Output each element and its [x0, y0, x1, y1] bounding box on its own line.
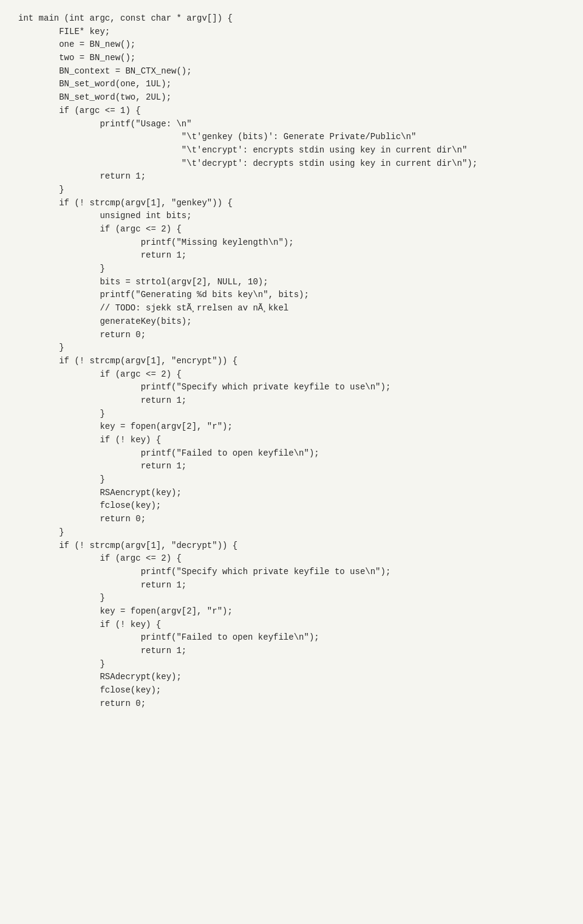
code-line: // TODO: sjekk stÃ¸rrelsen av nÃ¸kkel	[18, 302, 565, 315]
code-line: return 1;	[18, 394, 565, 408]
code-line: printf("Failed to open keyfile\n");	[18, 631, 565, 645]
code-line: key = fopen(argv[2], "r");	[18, 605, 565, 618]
code-line: one = BN_new();	[18, 38, 565, 52]
code-line: }	[18, 408, 565, 421]
code-line: FILE* key;	[18, 26, 565, 39]
code-line: printf("Usage: \n"	[18, 118, 565, 131]
code-line: }	[18, 473, 565, 487]
code-line: if (argc <= 1) {	[18, 104, 565, 118]
code-line: return 0;	[18, 329, 565, 342]
code-line: if (argc <= 2) {	[18, 368, 565, 382]
code-line: if (! strcmp(argv[1], "genkey")) {	[18, 197, 565, 210]
code-line: return 1;	[18, 579, 565, 592]
code-line: bits = strtol(argv[2], NULL, 10);	[18, 276, 565, 289]
code-line: return 1;	[18, 460, 565, 473]
code-line: if (! strcmp(argv[1], "encrypt")) {	[18, 355, 565, 368]
code-line: printf("Specify which private keyfile to…	[18, 381, 565, 394]
code-line: "\t'encrypt': encrypts stdin using key i…	[18, 144, 565, 157]
code-line: }	[18, 592, 565, 605]
code-line: fclose(key);	[18, 499, 565, 513]
code-line: generateKey(bits);	[18, 315, 565, 329]
code-line: printf("Generating %d bits key\n", bits)…	[18, 289, 565, 302]
code-line: if (! key) {	[18, 618, 565, 632]
code-line: }	[18, 526, 565, 539]
code-line: "\t'genkey (bits)': Generate Private/Pub…	[18, 131, 565, 144]
code-line: return 1;	[18, 645, 565, 658]
code-line: printf("Failed to open keyfile\n");	[18, 447, 565, 460]
code-line: if (! strcmp(argv[1], "decrypt")) {	[18, 539, 565, 553]
code-line: return 0;	[18, 697, 565, 711]
code-line: return 1;	[18, 170, 565, 183]
code-line: return 1;	[18, 249, 565, 262]
code-line: if (argc <= 2) {	[18, 552, 565, 566]
code-line: two = BN_new();	[18, 52, 565, 65]
code-line: int main (int argc, const char * argv[])…	[18, 12, 565, 26]
code-line: printf("Specify which private keyfile to…	[18, 566, 565, 579]
code-line: }	[18, 262, 565, 276]
code-line: "\t'decrypt': decrypts stdin using key i…	[18, 157, 565, 171]
code-container: int main (int argc, const char * argv[])…	[18, 12, 565, 710]
code-line: fclose(key);	[18, 684, 565, 697]
code-line: RSAencrypt(key);	[18, 487, 565, 500]
code-line: BN_set_word(two, 2UL);	[18, 91, 565, 104]
code-line: }	[18, 183, 565, 197]
code-line: if (! key) {	[18, 434, 565, 447]
code-line: printf("Missing keylength\n");	[18, 236, 565, 250]
code-line: BN_set_word(one, 1UL);	[18, 78, 565, 91]
code-line: unsigned int bits;	[18, 210, 565, 223]
code-line: }	[18, 341, 565, 355]
code-line: }	[18, 658, 565, 671]
code-line: RSAdecrypt(key);	[18, 671, 565, 684]
code-line: return 0;	[18, 513, 565, 526]
code-line: if (argc <= 2) {	[18, 223, 565, 236]
code-line: BN_context = BN_CTX_new();	[18, 65, 565, 78]
code-line: key = fopen(argv[2], "r");	[18, 420, 565, 434]
